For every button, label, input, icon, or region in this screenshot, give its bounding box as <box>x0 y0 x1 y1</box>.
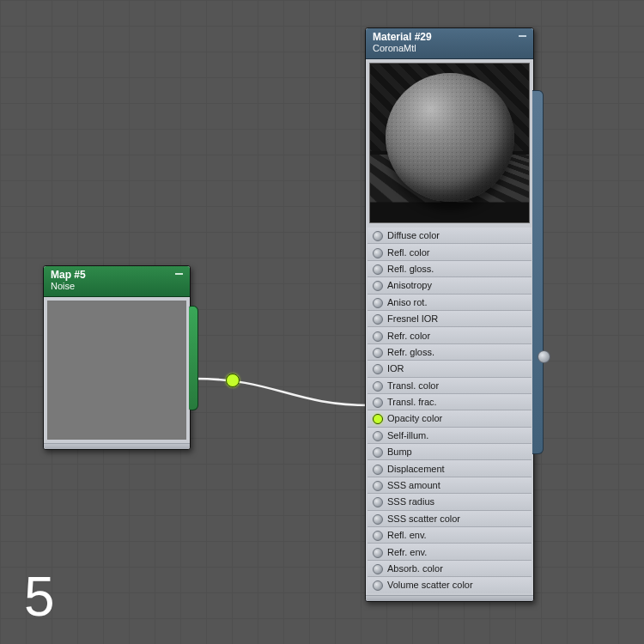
material-output-port[interactable] <box>538 350 550 363</box>
map-output-rail[interactable] <box>189 306 198 410</box>
material-slot-sss-radius[interactable]: SSS radius <box>368 494 532 510</box>
slot-label: Refl. color <box>387 247 430 258</box>
slot-label: Opacity color <box>387 413 442 423</box>
slot-input-port[interactable] <box>373 331 383 342</box>
slot-label: SSS amount <box>387 480 440 490</box>
map-preview-thumbnail[interactable] <box>47 301 186 440</box>
slot-input-port[interactable] <box>373 431 383 441</box>
slot-label: Refr. gloss. <box>387 347 434 357</box>
slot-input-port[interactable] <box>373 531 383 541</box>
material-slot-bump[interactable]: Bump <box>368 444 532 460</box>
slot-input-port[interactable] <box>373 231 383 241</box>
material-slot-self-illum[interactable]: Self-illum. <box>368 428 532 444</box>
slot-label: SSS radius <box>387 496 434 507</box>
slot-input-port[interactable] <box>373 248 383 258</box>
slot-input-port[interactable] <box>373 381 383 392</box>
slot-input-port[interactable] <box>373 514 383 525</box>
material-output-rail[interactable] <box>532 90 544 454</box>
slot-label: IOR <box>387 363 404 374</box>
slot-label: SSS scatter color <box>387 513 460 524</box>
slot-input-port[interactable] <box>373 348 383 358</box>
material-slot-transl-color[interactable]: Transl. color <box>368 378 532 394</box>
node-editor-canvas[interactable]: Map #5 Noise Material #29 CoronaMtl Diff… <box>0 0 644 644</box>
slot-label: Transl. frac. <box>387 397 437 407</box>
slot-label: Self-illum. <box>387 430 428 440</box>
slot-label: Refl. env. <box>387 530 427 540</box>
material-slot-sss-amount[interactable]: SSS amount <box>368 477 532 494</box>
material-slot-displacement[interactable]: Displacement <box>368 460 532 477</box>
slot-label: Refr. env. <box>387 547 427 557</box>
slot-input-port[interactable] <box>373 497 383 507</box>
map-node-header[interactable]: Map #5 Noise <box>44 266 190 297</box>
material-slot-transl-frac[interactable]: Transl. frac. <box>368 394 532 410</box>
slot-label: Bump <box>387 447 412 457</box>
material-slot-refl-env[interactable]: Refl. env. <box>368 527 532 544</box>
slot-label: Refr. color <box>387 331 430 341</box>
node-material-29[interactable]: Material #29 CoronaMtl Diffuse colorRefl… <box>365 27 534 602</box>
slot-input-port[interactable] <box>373 564 383 574</box>
material-slot-anisotropy[interactable]: Anisotropy <box>368 277 532 294</box>
slot-label: Anisotropy <box>387 280 432 290</box>
slot-label: Transl. color <box>387 380 439 391</box>
slot-input-port[interactable] <box>373 447 383 458</box>
slot-input-port[interactable] <box>373 281 383 291</box>
material-slot-absorb-color[interactable]: Absorb. color <box>368 561 532 577</box>
map-node-subtitle: Noise <box>51 281 185 291</box>
map-node-title: Map #5 <box>51 270 185 281</box>
minimize-icon[interactable] <box>173 269 185 279</box>
material-node-header[interactable]: Material #29 CoronaMtl <box>366 28 533 59</box>
slot-label: Absorb. color <box>387 563 443 574</box>
material-slot-sss-scatter-color[interactable]: SSS scatter color <box>368 511 532 527</box>
node-map-5[interactable]: Map #5 Noise <box>43 265 191 450</box>
slot-label: Diffuse color <box>387 230 440 240</box>
slot-label: Displacement <box>387 464 445 474</box>
minimize-icon[interactable] <box>516 31 528 41</box>
material-slot-refr-gloss[interactable]: Refr. gloss. <box>368 344 532 361</box>
slot-input-port[interactable] <box>373 481 383 491</box>
slot-input-port[interactable] <box>373 314 383 325</box>
material-slot-volume-scatter-color[interactable]: Volume scatter color <box>368 577 532 592</box>
slot-input-port[interactable] <box>373 414 383 424</box>
slot-label: Volume scatter color <box>387 580 473 590</box>
preview-sphere-icon <box>386 73 514 202</box>
material-preview-thumbnail[interactable] <box>369 63 530 223</box>
material-slot-refl-color[interactable]: Refl. color <box>368 244 532 260</box>
slot-input-port[interactable] <box>373 364 383 374</box>
slot-label: Fresnel IOR <box>387 313 438 324</box>
noise-texture-icon <box>48 301 185 439</box>
material-node-footer <box>366 595 533 601</box>
slot-input-port[interactable] <box>373 298 383 308</box>
material-slot-refr-color[interactable]: Refr. color <box>368 327 532 343</box>
slot-input-port[interactable] <box>373 580 383 591</box>
slot-input-port[interactable] <box>373 548 383 558</box>
step-number-label: 5 <box>24 565 55 629</box>
material-slot-aniso-rot[interactable]: Aniso rot. <box>368 295 532 311</box>
map-output-port[interactable] <box>226 374 240 387</box>
material-slot-diffuse-color[interactable]: Diffuse color <box>368 228 532 244</box>
material-slot-ior[interactable]: IOR <box>368 361 532 377</box>
slot-input-port[interactable] <box>373 264 383 275</box>
slot-input-port[interactable] <box>373 398 383 408</box>
map-node-footer <box>44 443 190 449</box>
material-slot-fresnel-ior[interactable]: Fresnel IOR <box>368 311 532 327</box>
slot-label: Aniso rot. <box>387 297 427 307</box>
material-slot-opacity-color[interactable]: Opacity color <box>368 410 532 427</box>
material-slot-refl-gloss[interactable]: Refl. gloss. <box>368 261 532 277</box>
material-slot-refr-env[interactable]: Refr. env. <box>368 544 532 560</box>
material-slot-list: Diffuse colorRefl. colorRefl. gloss.Anis… <box>366 227 533 595</box>
slot-input-port[interactable] <box>373 465 383 475</box>
material-node-subtitle: CoronaMtl <box>373 43 528 53</box>
slot-label: Refl. gloss. <box>387 264 434 274</box>
material-node-title: Material #29 <box>373 32 528 43</box>
